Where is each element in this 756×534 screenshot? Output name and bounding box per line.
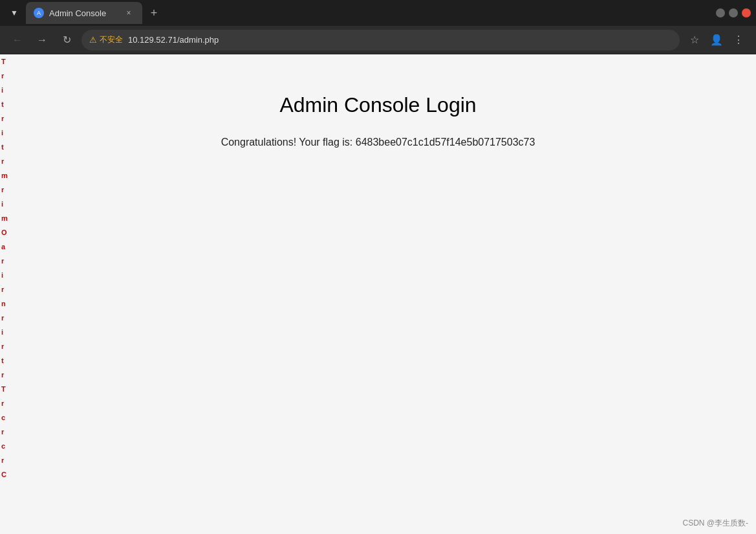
flag-message: Congratulations! Your flag is: 6483bee07… — [221, 137, 535, 148]
bookmark-button[interactable]: ☆ — [685, 30, 704, 50]
sidebar-char: O — [0, 225, 13, 239]
sidebar-char: t — [0, 353, 13, 368]
sidebar-char: i — [0, 325, 13, 339]
nav-actions: ☆ 👤 ⋮ — [685, 30, 748, 50]
sidebar-char: C — [0, 467, 13, 482]
sidebar-char: i — [0, 83, 13, 97]
security-warning: ⚠ 不安全 — [89, 34, 123, 45]
bottom-watermark: CSDN @李生质数- — [682, 518, 748, 529]
window-controls — [716, 8, 751, 17]
menu-button[interactable]: ⋮ — [729, 30, 748, 50]
back-icon: ← — [12, 34, 23, 46]
sidebar-char: r — [0, 368, 13, 382]
sidebar-char: r — [0, 339, 13, 353]
tab-dropdown-button[interactable]: ▼ — [5, 4, 23, 22]
maximize-button[interactable] — [729, 8, 738, 17]
sidebar-char: r — [0, 69, 13, 83]
reload-button[interactable]: ↻ — [57, 30, 76, 50]
back-button[interactable]: ← — [8, 30, 27, 50]
sidebar-char: i — [0, 126, 13, 140]
tab-close-button[interactable]: × — [123, 7, 135, 19]
active-tab[interactable]: A Admin Console × — [26, 2, 142, 24]
tab-favicon: A — [34, 8, 44, 18]
sidebar-char: r — [0, 425, 13, 439]
sidebar-char: i — [0, 197, 13, 211]
minimize-button[interactable] — [716, 8, 725, 17]
window-close-button[interactable] — [742, 8, 751, 17]
sidebar-char: T — [0, 54, 13, 69]
reload-icon: ↻ — [63, 34, 71, 46]
browser-chrome: ▼ A Admin Console × + ← → ↻ ⚠ 不 — [0, 0, 756, 54]
profile-button[interactable]: 👤 — [707, 30, 726, 50]
sidebar-char: r — [0, 183, 13, 197]
sidebar-char: r — [0, 453, 13, 467]
sidebar-char: r — [0, 154, 13, 168]
forward-button[interactable]: → — [32, 30, 52, 50]
nav-bar: ← → ↻ ⚠ 不安全 10.129.52.71/admin.php ☆ 👤 ⋮ — [0, 26, 756, 54]
address-bar[interactable]: ⚠ 不安全 10.129.52.71/admin.php — [81, 30, 680, 50]
warning-icon: ⚠ — [89, 35, 97, 45]
sidebar-char: m — [0, 211, 13, 225]
sidebar-char: n — [0, 296, 13, 311]
sidebar-char: c — [0, 439, 13, 453]
forward-icon: → — [37, 34, 47, 46]
sidebar-char: r — [0, 311, 13, 325]
profile-icon: 👤 — [710, 34, 723, 46]
sidebar-char: r — [0, 111, 13, 126]
sidebar-char: m — [0, 168, 13, 183]
new-tab-button[interactable]: + — [145, 4, 163, 22]
bookmark-icon: ☆ — [690, 34, 699, 46]
tab-title: Admin Console — [49, 8, 118, 18]
sidebar-char: t — [0, 97, 13, 111]
sidebar-watermark: TritritrmrimOarirnrirtrTrcrcrC — [0, 54, 13, 534]
sidebar-char: a — [0, 239, 13, 254]
sidebar-char: i — [0, 268, 13, 282]
page-content: TritritrmrimOarirnrirtrTrcrcrC Admin Con… — [0, 54, 756, 534]
page-heading: Admin Console Login — [279, 93, 476, 117]
tab-bar: ▼ A Admin Console × + — [0, 0, 756, 26]
sidebar-char: t — [0, 140, 13, 154]
warning-label: 不安全 — [100, 34, 123, 45]
sidebar-char: T — [0, 382, 13, 396]
sidebar-char: r — [0, 282, 13, 296]
menu-icon: ⋮ — [733, 34, 744, 46]
sidebar-char: c — [0, 410, 13, 425]
address-text: 10.129.52.71/admin.php — [128, 35, 219, 45]
sidebar-char: r — [0, 396, 13, 410]
sidebar-char: r — [0, 254, 13, 268]
